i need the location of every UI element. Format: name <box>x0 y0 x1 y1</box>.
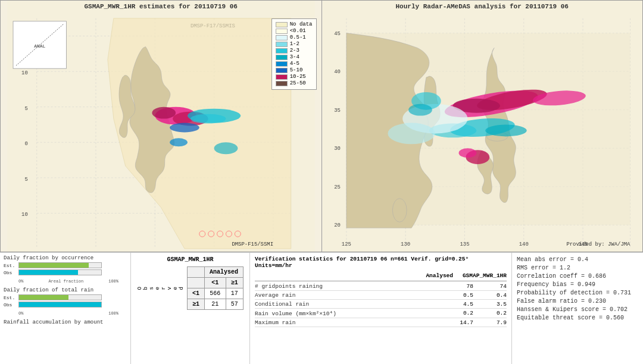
svg-point-24 <box>191 114 226 124</box>
svg-text:40: 40 <box>334 69 341 75</box>
svg-point-26 <box>170 138 188 146</box>
col-ge1-header: ≥1 <box>226 278 243 288</box>
charts-panel: Daily fraction by occurrence Est. Obs 0% <box>0 253 131 364</box>
rain-vol-label: Rain volume (mm×km²×10⁴) <box>255 310 450 317</box>
rainfall-chart-title: Rainfall accumulation by amount <box>4 319 127 325</box>
rain-vol-analysed: 0.2 <box>450 310 473 317</box>
rain-vol-row: Rain volume (mm×km²×10⁴) 0.2 0.2 <box>255 310 507 318</box>
rain-bar-chart: Est. Obs <box>4 294 127 309</box>
mean-abs-error: Mean abs error = 0.4 <box>517 256 638 263</box>
svg-text:125: 125 <box>341 241 351 247</box>
avg-rain-vals: 0.5 0.4 <box>450 292 507 299</box>
row-less1-header: <1 <box>187 288 204 299</box>
rain-axis: 0% 100% <box>18 311 118 316</box>
analysed-col-header: Analysed <box>414 272 453 279</box>
svg-text:130: 130 <box>401 241 410 247</box>
est-rain-row: Est. <box>4 294 127 300</box>
max-rain-vals: 14.7 7.9 <box>450 319 507 326</box>
legend-swatch-4 <box>276 61 288 67</box>
cell-17: 17 <box>226 288 243 299</box>
rain-chart-title: Daily fraction of total rain <box>4 287 127 293</box>
axis-0-occ: 0% <box>18 279 23 284</box>
legend-swatch-3 <box>276 55 288 60</box>
svg-text:35: 35 <box>334 108 341 114</box>
cond-rain-vals: 4.5 3.5 <box>450 301 507 307</box>
legend-label-25: 25-50 <box>290 80 306 86</box>
obs-label-occ: Obs <box>4 270 18 275</box>
avg-rain-analysed: 0.5 <box>450 292 473 299</box>
equitable-threat: Equitable threat score = 0.560 <box>517 315 638 321</box>
gsmap-col-header: GSMAP_MWR_1HR <box>453 272 507 279</box>
right-map-panel: Hourly Radar-AMeDAS analysis for 2011071… <box>322 0 644 252</box>
obs-rain-fill <box>19 302 101 307</box>
gridpoints-gsmap: 74 <box>483 283 507 290</box>
max-rain-row: Maximum rain 14.7 7.9 <box>255 319 507 327</box>
legend-label-2: 2-3 <box>290 48 299 54</box>
svg-text:10: 10 <box>21 70 28 76</box>
svg-text:140: 140 <box>519 241 528 247</box>
legend-swatch-nodata <box>276 22 288 27</box>
left-map-title: GSMAP_MWR_1HR estimates for 20110719 06 <box>1 3 322 10</box>
obs-occurrence-bar <box>18 269 102 275</box>
svg-point-25 <box>170 123 199 133</box>
occurrence-bar-chart: Est. Obs <box>4 262 127 277</box>
legend-item-05: 0.5-1 <box>276 34 313 40</box>
est-rain-fill <box>19 295 68 300</box>
prob-detection: Probability of detection = 0.731 <box>517 290 638 296</box>
svg-text:10: 10 <box>21 212 28 218</box>
bottom-row: Daily fraction by occurrence Est. Obs 0% <box>0 253 643 364</box>
legend-label-3: 3-4 <box>290 54 299 60</box>
legend-swatch-001 <box>276 29 288 34</box>
col-less1-header: <1 <box>205 278 226 288</box>
avg-rain-gsmap: 0.4 <box>483 292 507 299</box>
legend-item-5: 5-10 <box>276 67 313 73</box>
freq-bias: Frequency bias = 0.949 <box>517 281 638 288</box>
svg-text:5: 5 <box>24 106 27 112</box>
legend-item-1: 1-2 <box>276 41 313 47</box>
legend-label-5: 5-10 <box>290 67 303 73</box>
cond-rain-label: Conditional rain <box>255 301 450 307</box>
legend-swatch-05 <box>276 35 288 40</box>
svg-point-70 <box>485 125 527 137</box>
blank2 <box>187 278 204 288</box>
legend-swatch-25 <box>276 81 288 86</box>
analysed-header: Analysed <box>205 267 244 278</box>
max-rain-analysed: 14.7 <box>450 319 473 326</box>
est-label-rain: Est. <box>4 295 18 300</box>
contingency-panel: GSMAP_MWR_1HR Observed Analysed <1 ≥1 <1 <box>131 253 250 364</box>
legend-swatch-1 <box>276 42 288 47</box>
verification-title: Verification statistics for 20110719 06 … <box>255 256 507 269</box>
cell-57: 57 <box>226 299 243 310</box>
gridpoints-vals: 78 74 <box>450 283 507 290</box>
svg-text:45: 45 <box>334 31 341 37</box>
metrics-panel: Mean abs error = 0.4 RMS error = 1.2 Cor… <box>512 253 643 364</box>
est-rain-bar <box>18 294 102 300</box>
avg-rain-label: Average rain <box>255 292 450 299</box>
svg-point-74 <box>458 148 476 158</box>
svg-text:20: 20 <box>334 222 341 228</box>
est-occurrence-fill <box>19 263 89 268</box>
legend-item-nodata: No data <box>276 21 313 27</box>
gridpoints-row: # gridpoints raining 78 74 <box>255 283 507 291</box>
contingency-title: GSMAP_MWR_1HR <box>136 256 245 263</box>
legend-swatch-2 <box>276 48 288 54</box>
corr-coeff: Correlation coeff = 0.686 <box>517 273 638 280</box>
occurrence-chart-title: Daily fraction by occurrence <box>4 255 127 261</box>
rain-vol-gsmap: 0.2 <box>483 310 507 317</box>
cond-rain-row: Conditional rain 4.5 3.5 <box>255 301 507 309</box>
est-occurrence-bar <box>18 262 102 268</box>
legend-item-4: 4-5 <box>276 61 313 67</box>
svg-text:25: 25 <box>334 184 341 190</box>
cond-rain-gsmap: 3.5 <box>483 301 507 307</box>
obs-label-rain: Obs <box>4 302 18 307</box>
right-map-svg: 45 40 35 30 25 20 125 130 135 140 145 <box>322 1 643 252</box>
rain-vol-vals: 0.2 0.2 <box>450 310 507 317</box>
maps-row: GSMAP_MWR_1HR estimates for 20110719 06 <box>0 0 643 253</box>
est-occurrence-row: Est. <box>4 262 127 268</box>
axis-mid-occ: Areal fraction <box>48 279 83 284</box>
legend-item-3: 3-4 <box>276 54 313 60</box>
legend-label-nodata: No data <box>290 21 313 27</box>
legend-box: No data <0.01 0.5-1 1-2 2-3 <box>271 18 317 90</box>
contingency-table: Analysed <1 ≥1 <1 566 17 ≥1 21 <box>187 266 244 310</box>
svg-text:DMSP-F15/SSMI: DMSP-F15/SSMI <box>232 241 273 247</box>
